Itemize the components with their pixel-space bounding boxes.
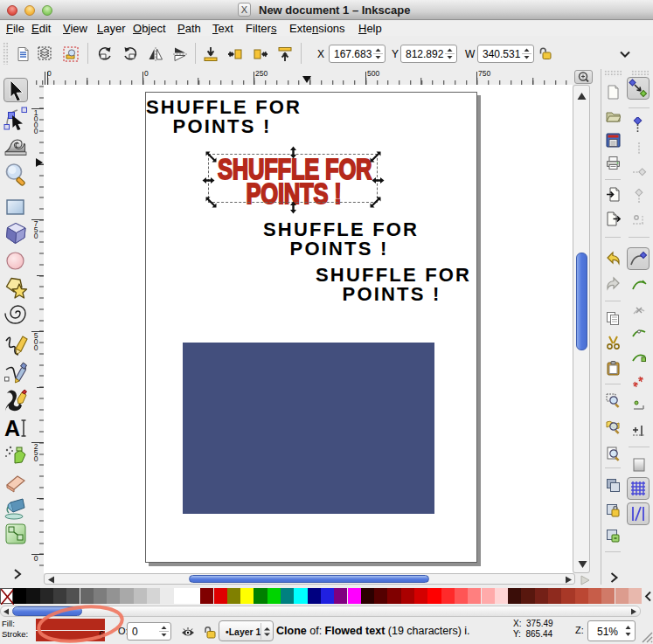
svg-text:A: A	[4, 417, 20, 440]
